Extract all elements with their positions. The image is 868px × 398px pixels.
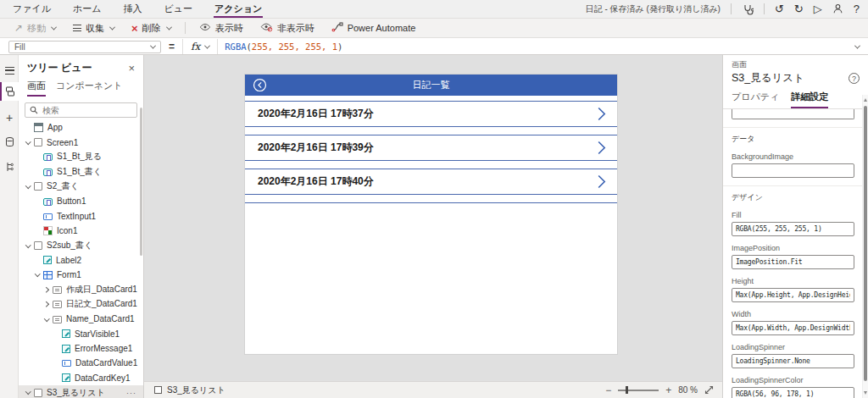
fit-to-window-icon[interactable]: [704, 385, 714, 395]
property-input-BackgroundImage[interactable]: [732, 163, 854, 178]
label-icon: [43, 256, 52, 264]
tree-item-作成日_DataCard1[interactable]: 作成日_DataCard1: [19, 282, 143, 296]
scroll-up-arrow[interactable]: [864, 98, 867, 102]
app-screen-canvas[interactable]: 日記一覧 2020年2月16日 17時37分2020年2月16日 17時39分2…: [245, 75, 617, 354]
panel-help-icon[interactable]: ?: [849, 73, 860, 84]
close-icon[interactable]: ×: [128, 63, 135, 74]
tab-advanced[interactable]: 詳細設定: [791, 91, 828, 108]
tree-item-Form1[interactable]: Form1: [19, 268, 143, 282]
ribbon-button-収集[interactable]: 収集: [65, 19, 122, 37]
hamburger-menu-icon[interactable]: [0, 61, 19, 80]
tree-item-label: App: [47, 123, 63, 132]
tree-view-rail-icon[interactable]: [0, 82, 19, 101]
tree-item-App[interactable]: App: [19, 120, 143, 135]
play-icon[interactable]: ▷: [814, 3, 822, 14]
chevron-down-icon[interactable]: [33, 274, 42, 276]
property-input-Width[interactable]: [732, 321, 854, 335]
scroll-down-arrow[interactable]: [864, 391, 867, 395]
divider: [185, 22, 186, 34]
help-icon[interactable]: ?: [854, 3, 860, 14]
tree-item-S1_Bt_書く[interactable]: S1_Bt_書く: [19, 164, 143, 179]
gallery-row[interactable]: 2020年2月16日 17時40分: [245, 169, 617, 195]
data-rail-icon[interactable]: [0, 132, 19, 151]
tab-properties[interactable]: プロパティ: [732, 91, 779, 108]
advanced-tools-rail-icon[interactable]: [0, 158, 19, 176]
screen-icon: [34, 138, 42, 146]
more-options-icon[interactable]: ···: [126, 389, 143, 397]
tab-screens[interactable]: 画面: [27, 80, 46, 97]
fx-button[interactable]: fx: [182, 39, 218, 54]
tree-item-DataCardKey1[interactable]: DataCardKey1: [19, 371, 143, 385]
panel-scrollbar[interactable]: [862, 95, 868, 398]
chevron-right-icon[interactable]: [598, 141, 606, 155]
chevron-right-icon[interactable]: [42, 288, 52, 292]
zoom-slider-thumb[interactable]: [626, 386, 628, 394]
tree-item-Name_DataCard1[interactable]: Name_DataCard1: [19, 312, 143, 326]
ribbon-button-Power Automate[interactable]: Power Automate: [324, 19, 424, 37]
app-checker-icon[interactable]: [742, 3, 754, 15]
formula-expand-chevron-icon[interactable]: [854, 42, 860, 48]
canvas-status-bar: S3_見るリスト − + 80 %: [144, 381, 722, 398]
tree-search-box[interactable]: [25, 102, 137, 118]
label-icon: [62, 345, 70, 353]
tab-components[interactable]: コンポーネント: [56, 80, 123, 97]
chevron-down-icon[interactable]: [24, 245, 33, 247]
property-input-LoadingSpinner[interactable]: [732, 354, 854, 368]
tree-item-Screen1[interactable]: Screen1: [19, 135, 143, 149]
tree-item-Icon1[interactable]: Icon1: [19, 224, 143, 238]
panel-scrollbar-thumb[interactable]: [864, 106, 867, 381]
ribbon-button-表示時[interactable]: 表示時: [192, 19, 251, 37]
screen-checkbox[interactable]: [154, 386, 162, 394]
properties-tabs: プロパティ 詳細設定: [723, 86, 868, 109]
tree-item-S1_Bt_見る[interactable]: S1_Bt_見る: [19, 150, 143, 164]
chevron-right-icon[interactable]: [42, 302, 52, 307]
chevron-down-icon[interactable]: [24, 391, 33, 394]
search-input[interactable]: [42, 106, 127, 115]
chevron-right-icon[interactable]: [598, 174, 606, 189]
property-selector[interactable]: Fill: [8, 41, 161, 53]
property-input-ImagePosition[interactable]: [732, 255, 854, 269]
section-data-label: データ: [732, 134, 854, 145]
gallery-row[interactable]: 2020年2月16日 17時37分: [245, 101, 617, 127]
account-icon[interactable]: [832, 3, 843, 14]
tree-item-TextInput1[interactable]: TextInput1: [19, 208, 143, 223]
property-input-Height[interactable]: [732, 288, 854, 302]
redo-icon[interactable]: ↻: [794, 3, 804, 14]
tree-item-日記文_DataCard1[interactable]: 日記文_DataCard1: [19, 297, 143, 312]
menu-アクション[interactable]: アクション: [214, 0, 263, 18]
undo-icon[interactable]: ↺: [775, 3, 784, 14]
tree-item-S3_見るリスト[interactable]: S3_見るリスト···: [19, 385, 143, 398]
tree-item-Label2[interactable]: Label2: [19, 253, 143, 268]
menu-ホーム[interactable]: ホーム: [72, 0, 103, 18]
chevron-down-icon[interactable]: [24, 185, 33, 188]
tree-item-DataCardValue1[interactable]: DataCardValue1: [19, 356, 143, 370]
clipped-input[interactable]: [732, 109, 854, 119]
insert-rail-icon[interactable]: +: [0, 108, 19, 127]
menu-ビュー[interactable]: ビュー: [164, 0, 194, 18]
ribbon-button-削除[interactable]: ×削除: [124, 19, 179, 37]
formula-input[interactable]: RGBA(255, 255, 255, 1): [218, 41, 854, 52]
back-circle-icon[interactable]: [253, 78, 267, 92]
menu-挿入[interactable]: 挿入: [123, 0, 143, 18]
tree-item-S2_書く[interactable]: S2_書く: [19, 180, 143, 194]
zoom-in-button[interactable]: +: [665, 385, 671, 395]
app-screen-header[interactable]: 日記一覧: [245, 75, 617, 96]
chevron-right-icon[interactable]: [598, 107, 606, 121]
menubar-right: 日記 - 保存済み (発行取り消し済み) ↺ ↻ ▷ ?: [586, 3, 860, 15]
property-input-Fill[interactable]: [732, 222, 854, 236]
property-input-LoadingSpinnerColor[interactable]: [732, 387, 854, 398]
tree-item-S2sub_書く[interactable]: S2sub_書く: [19, 238, 143, 252]
tree-scrollbar[interactable]: [140, 108, 142, 256]
tree-item-StarVisible1[interactable]: StarVisible1: [19, 326, 143, 340]
menu-ファイル[interactable]: ファイル: [12, 0, 52, 18]
zoom-slider[interactable]: [618, 390, 659, 391]
chevron-down-icon[interactable]: [42, 318, 52, 321]
chevron-down-icon[interactable]: [24, 141, 33, 144]
tree-item-Button1[interactable]: Button1: [19, 194, 143, 208]
zoom-out-button[interactable]: −: [605, 385, 611, 395]
tree-item-label: ErrorMessage1: [75, 344, 132, 353]
power-automate-icon: [331, 22, 343, 34]
gallery-row[interactable]: 2020年2月16日 17時39分: [245, 135, 617, 161]
tree-item-ErrorMessage1[interactable]: ErrorMessage1: [19, 341, 143, 356]
ribbon-button-非表示時[interactable]: 非表示時: [253, 19, 322, 37]
